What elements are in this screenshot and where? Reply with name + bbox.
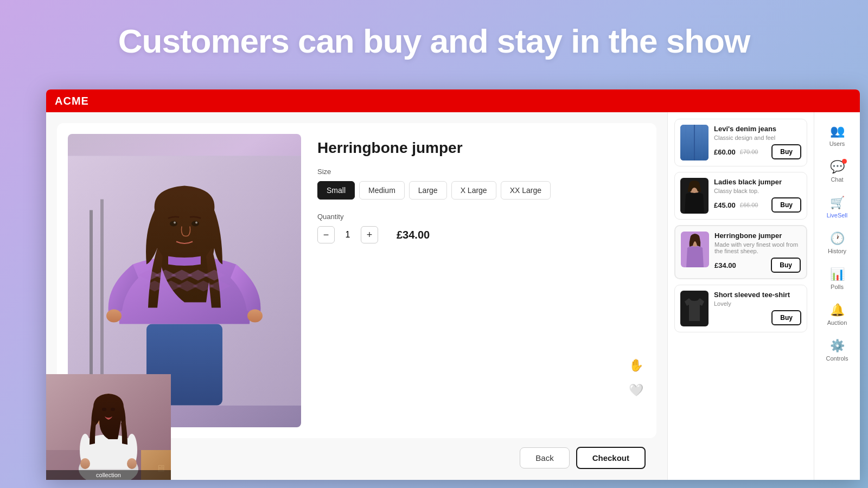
svg-point-9 bbox=[170, 221, 177, 227]
item-price: £34.00 bbox=[714, 261, 736, 269]
size-small[interactable]: Small bbox=[317, 181, 355, 200]
list-item[interactable]: Herringbone jumper Made with very finest… bbox=[674, 225, 807, 279]
item-price: £60.00 bbox=[714, 148, 736, 156]
svg-point-6 bbox=[247, 310, 263, 323]
brand-logo: ACME bbox=[55, 95, 89, 107]
svg-rect-19 bbox=[686, 194, 690, 205]
sidebar-label-polls: Polls bbox=[831, 284, 844, 290]
item-price-row: £34.00 Buy bbox=[714, 258, 801, 273]
hero-title: Customers can buy and stay in the show bbox=[0, 22, 868, 60]
svg-point-12 bbox=[195, 222, 197, 224]
item-buy-button[interactable]: Buy bbox=[771, 144, 801, 159]
sidebar-label-chat: Chat bbox=[831, 176, 843, 183]
item-name: Herringbone jumper bbox=[714, 232, 801, 240]
hand-icon[interactable]: ✋ bbox=[626, 356, 646, 375]
item-desc: Classy black top. bbox=[714, 188, 801, 194]
item-thumbnail bbox=[680, 125, 709, 160]
polls-icon: 📊 bbox=[830, 267, 845, 281]
item-price-row: Buy bbox=[714, 310, 801, 325]
size-label: Size bbox=[317, 168, 646, 176]
sidebar-item-history[interactable]: 🕐 History bbox=[814, 226, 860, 260]
size-xxlarge[interactable]: XX Large bbox=[501, 181, 551, 200]
users-icon: 👥 bbox=[830, 124, 845, 138]
item-desc: Lovely bbox=[714, 300, 801, 307]
sidebar-label-users: Users bbox=[829, 140, 845, 147]
item-buy-button[interactable]: Buy bbox=[771, 197, 801, 213]
sidebar-label-history: History bbox=[828, 248, 846, 254]
sidebar-item-auction[interactable]: 🔔 Auction bbox=[814, 298, 860, 331]
item-thumbnail bbox=[681, 232, 709, 267]
qty-increase-button[interactable]: + bbox=[361, 226, 378, 243]
sidebar-item-polls[interactable]: 📊 Polls bbox=[814, 262, 860, 296]
item-name: Short sleeved tee-shirt bbox=[714, 291, 801, 299]
product-list-panel: Levi's denim jeans Classic design and fe… bbox=[667, 112, 814, 480]
sidebar-label-livesell: LiveSell bbox=[827, 212, 848, 219]
sidebar-label-auction: Auction bbox=[827, 319, 847, 326]
item-thumbnail bbox=[680, 291, 709, 326]
product-price: £34.00 bbox=[397, 229, 430, 241]
item-desc: Classic design and feel bbox=[714, 134, 801, 141]
svg-point-29 bbox=[80, 458, 90, 469]
sidebar-item-users[interactable]: 👥 Users bbox=[814, 119, 860, 152]
controls-icon: ⚙️ bbox=[830, 339, 845, 353]
quantity-row: − 1 + £34.00 bbox=[317, 226, 646, 243]
sidebar-item-livesell[interactable]: 🛒 LiveSell bbox=[814, 190, 860, 224]
item-buy-button[interactable]: Buy bbox=[771, 258, 801, 273]
floating-icons: ✋ 🤍 bbox=[626, 356, 646, 400]
item-old-price: £66.00 bbox=[740, 202, 758, 208]
size-medium[interactable]: Medium bbox=[359, 181, 405, 200]
browser-bar: ACME bbox=[46, 89, 860, 112]
auction-icon: 🔔 bbox=[830, 303, 845, 317]
sidebar-label-controls: Controls bbox=[826, 355, 848, 362]
size-large[interactable]: Large bbox=[409, 181, 447, 200]
livesell-icon: 🛒 bbox=[830, 196, 845, 210]
sidebar-item-controls[interactable]: ⚙️ Controls bbox=[814, 333, 860, 367]
right-sidebar: 👥 Users 💬 Chat 🛒 LiveSell 🕐 History 📊 bbox=[814, 112, 860, 480]
chat-icon: 💬 bbox=[830, 160, 845, 174]
item-desc: Made with very finest wool from the fine… bbox=[714, 241, 801, 254]
back-button[interactable]: Back bbox=[520, 447, 569, 468]
svg-point-34 bbox=[111, 408, 115, 411]
item-info: Ladies black jumper Classy black top. £4… bbox=[714, 178, 801, 213]
checkout-button[interactable]: Checkout bbox=[576, 447, 646, 469]
item-thumbnail bbox=[680, 178, 709, 214]
video-overlay: 🖥 collection bbox=[46, 374, 171, 480]
chat-badge bbox=[842, 159, 847, 164]
qty-value: 1 bbox=[342, 230, 353, 240]
product-details: Herringbone jumper Size Small Medium Lar… bbox=[317, 134, 646, 427]
svg-point-5 bbox=[106, 310, 122, 323]
product-title: Herringbone jumper bbox=[317, 139, 646, 157]
sidebar-item-chat[interactable]: 💬 Chat bbox=[814, 155, 860, 188]
item-name: Ladies black jumper bbox=[714, 178, 801, 186]
browser-window: ACME bbox=[46, 89, 860, 480]
size-options: Small Medium Large X Large XX Large bbox=[317, 181, 646, 200]
item-info: Levi's denim jeans Classic design and fe… bbox=[714, 125, 801, 159]
history-icon: 🕐 bbox=[830, 232, 845, 246]
size-xlarge[interactable]: X Large bbox=[451, 181, 496, 200]
item-price-row: £45.00 £66.00 Buy bbox=[714, 197, 801, 213]
item-info: Short sleeved tee-shirt Lovely Buy bbox=[714, 291, 801, 325]
item-price: £45.00 bbox=[714, 201, 736, 209]
quantity-label: Quantity bbox=[317, 213, 646, 221]
video-inner: 🖥 collection bbox=[46, 374, 171, 480]
list-item[interactable]: Ladies black jumper Classy black top. £4… bbox=[674, 172, 807, 220]
svg-rect-20 bbox=[699, 194, 703, 205]
svg-point-10 bbox=[192, 221, 199, 227]
svg-point-11 bbox=[174, 222, 176, 224]
video-collection-label: collection bbox=[46, 470, 171, 480]
item-name: Levi's denim jeans bbox=[714, 125, 801, 133]
item-price-row: £60.00 £70.00 Buy bbox=[714, 144, 801, 159]
item-info: Herringbone jumper Made with very finest… bbox=[714, 232, 801, 273]
svg-point-30 bbox=[127, 458, 137, 469]
item-buy-button[interactable]: Buy bbox=[771, 310, 801, 325]
qty-decrease-button[interactable]: − bbox=[317, 226, 335, 243]
list-item[interactable]: Short sleeved tee-shirt Lovely Buy bbox=[674, 285, 807, 332]
item-old-price: £70.00 bbox=[740, 149, 758, 155]
svg-point-33 bbox=[102, 408, 106, 411]
list-item[interactable]: Levi's denim jeans Classic design and fe… bbox=[674, 119, 807, 166]
heart-icon[interactable]: 🤍 bbox=[626, 381, 646, 400]
